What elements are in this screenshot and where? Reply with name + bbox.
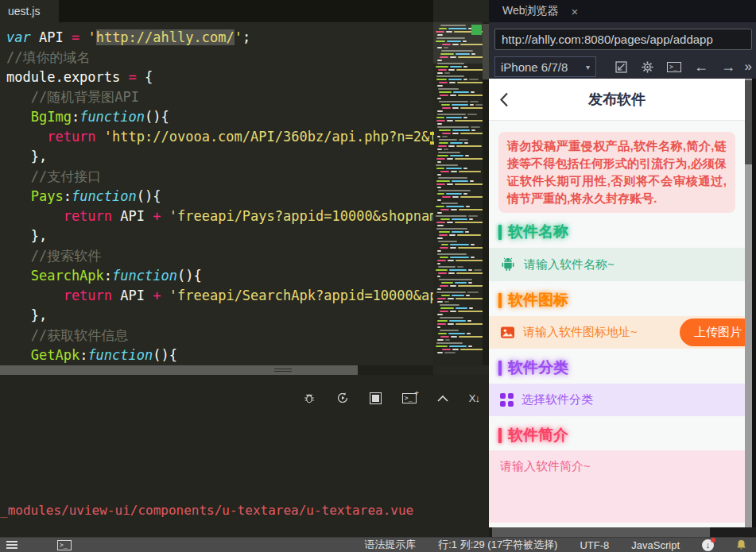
encoding-status[interactable]: UTF-8 xyxy=(580,539,609,551)
browser-tabbar: Web浏览器 × xyxy=(489,0,756,22)
editor-vertical-scrollbar[interactable] xyxy=(483,22,489,365)
bell-icon[interactable] xyxy=(736,539,746,550)
console-panel: >_ X↓ _modules/uview-ui/components/u-tex… xyxy=(0,375,489,537)
editor-horizontal-scrollbar[interactable] xyxy=(0,365,433,375)
overflow-menu-icon[interactable]: » xyxy=(745,59,752,75)
preview-horizontal-scrollbar[interactable] xyxy=(489,527,756,537)
collapse-icon[interactable] xyxy=(436,391,450,405)
preview-vertical-scrollbar[interactable] xyxy=(745,79,752,527)
ide-window: uest.js var API = 'http://ahlly.com/';//… xyxy=(0,0,756,552)
page-preview: 发布软件 请勿投稿严重侵权产品,软件名称,简介,链接等不得包括任何形式的引流行为… xyxy=(489,79,745,527)
device-row: iPhone 6/7/8 ▾ xyxy=(494,56,754,78)
app-category-placeholder: 选择软件分类 xyxy=(521,392,593,407)
close-icon[interactable]: × xyxy=(572,5,579,18)
restart-icon[interactable] xyxy=(335,391,350,405)
heading-bar xyxy=(498,428,502,443)
page-title: 发布软件 xyxy=(489,79,745,121)
menu-icon[interactable] xyxy=(6,541,17,549)
new-terminal-icon[interactable]: >_ xyxy=(402,391,417,405)
browser-panel: Web浏览器 × iPhone 6/7/8 ▾ xyxy=(489,0,756,537)
page-navbar: 发布软件 xyxy=(489,79,745,121)
app-description-textarea[interactable]: 请输入软件简介~ xyxy=(489,450,745,523)
minimap[interactable] xyxy=(433,22,483,365)
clear-console-icon[interactable]: X↓ xyxy=(469,392,479,404)
section-heading-icon: 软件图标 xyxy=(498,291,745,309)
heading-bar xyxy=(498,361,502,376)
terminal-icon[interactable]: >_ xyxy=(57,540,72,550)
stop-icon[interactable] xyxy=(369,391,383,405)
update-icon[interactable]: ↓ xyxy=(702,539,714,551)
upload-image-button[interactable]: 上传图片 xyxy=(680,318,745,346)
console-toolbar: >_ X↓ xyxy=(302,391,479,405)
image-icon xyxy=(500,325,515,340)
settings-gear-icon[interactable] xyxy=(641,60,654,74)
app-name-input[interactable]: 请输入软件名称~ xyxy=(489,248,745,281)
section-heading-category: 软件分类 xyxy=(498,359,745,376)
status-bar: >_ 语法提示库 行:1 列:29 (17字符被选择) UTF-8 JavaSc… xyxy=(0,537,756,552)
overview-match-tick xyxy=(430,141,434,145)
panel-right-edge xyxy=(752,79,756,537)
android-icon xyxy=(500,257,516,272)
section-heading-name: 软件名称 xyxy=(498,223,745,241)
heading-bar xyxy=(498,293,502,308)
device-select[interactable]: iPhone 6/7/8 ▾ xyxy=(494,56,596,77)
tabbar-filler xyxy=(433,0,489,22)
overview-match-tick xyxy=(430,132,434,135)
nav-forward-icon[interactable]: → xyxy=(721,60,735,74)
debug-icon[interactable] xyxy=(302,391,316,405)
cursor-position-status[interactable]: 行:1 列:29 (17字符被选择) xyxy=(438,538,557,552)
chevron-down-icon: ▾ xyxy=(586,63,590,71)
detach-window-icon[interactable] xyxy=(614,60,628,74)
console-line[interactable]: _modules/uview-ui/components/u-textarea/… xyxy=(0,500,413,520)
back-chevron-icon[interactable] xyxy=(499,92,509,107)
app-name-placeholder: 请输入软件名称~ xyxy=(524,257,614,272)
app-icon-input[interactable]: 请输入软件图标地址~ 上传图片 xyxy=(489,316,745,349)
editor-vertical-thumb[interactable] xyxy=(483,24,489,79)
section-heading-description: 软件简介 xyxy=(498,427,745,444)
syntax-lib-status[interactable]: 语法提示库 xyxy=(364,538,416,552)
grid-icon xyxy=(500,393,514,407)
app-category-select[interactable]: 选择软件分类 xyxy=(489,384,745,416)
browser-toolbar: iPhone 6/7/8 ▾ xyxy=(489,22,756,79)
nav-back-icon[interactable]: ← xyxy=(694,60,708,74)
console-terminal-icon[interactable]: >_ xyxy=(667,62,681,72)
warning-notice: 请勿投稿严重侵权产品,软件名称,简介,链接等不得包括任何形式的引流行为,必须保证… xyxy=(498,132,735,213)
language-mode-status[interactable]: JavaScript xyxy=(631,539,680,551)
code-editor[interactable]: var API = 'http://ahlly.com/';//填你的域名mod… xyxy=(0,22,489,375)
editor-horizontal-thumb[interactable] xyxy=(0,365,358,375)
device-select-value: iPhone 6/7/8 xyxy=(501,60,568,74)
url-input[interactable] xyxy=(494,29,752,50)
preview-horizontal-thumb[interactable] xyxy=(492,527,710,537)
editor-region: uest.js var API = 'http://ahlly.com/';//… xyxy=(0,0,489,537)
minimap-lines xyxy=(433,25,483,353)
code-area[interactable]: var API = 'http://ahlly.com/';//填你的域名mod… xyxy=(0,22,433,365)
app-icon-placeholder: 请输入软件图标地址~ xyxy=(523,325,638,340)
editor-tabbar: uest.js xyxy=(0,0,489,22)
notification-dot xyxy=(711,538,715,542)
minimap-marker xyxy=(471,25,482,35)
app-description-placeholder: 请输入软件简介~ xyxy=(500,459,591,473)
editor-tab-request-js[interactable]: uest.js xyxy=(0,0,59,22)
preview-vertical-thumb[interactable] xyxy=(745,80,752,164)
heading-bar xyxy=(498,225,502,240)
browser-tab-label[interactable]: Web浏览器 xyxy=(502,4,559,18)
